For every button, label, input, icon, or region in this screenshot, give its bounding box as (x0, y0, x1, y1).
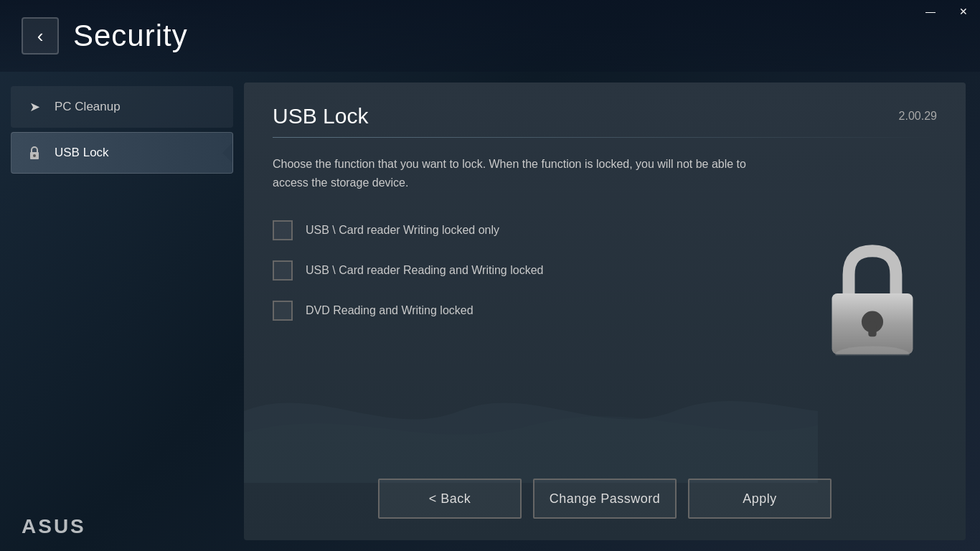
sidebar: ➤ PC Cleanup USB Lock (0, 72, 244, 551)
content-panel: USB Lock 2.00.29 Choose the function tha… (244, 83, 966, 540)
option-row-usb-write-only: USB \ Card reader Writing locked only (273, 220, 937, 240)
page-title: Security (73, 19, 188, 53)
header-back-button[interactable]: ‹ (22, 17, 59, 55)
close-button[interactable]: ✕ (947, 0, 980, 23)
sidebar-item-usb-lock[interactable]: USB Lock (11, 132, 233, 174)
change-password-button[interactable]: Change Password (533, 479, 677, 519)
checkbox-usb-read-write[interactable] (273, 260, 293, 281)
main-layout: ➤ PC Cleanup USB Lock USB Lock 2.00.29 (0, 72, 980, 551)
svg-point-1 (33, 154, 36, 157)
version-badge: 2.00.29 (899, 104, 937, 123)
asus-logo: ASUS (22, 515, 86, 538)
pc-cleanup-icon: ➤ (24, 97, 44, 117)
option-label-dvd-read-write: DVD Reading and Writing locked (306, 304, 473, 317)
title-divider (273, 137, 937, 138)
checkbox-dvd-read-write[interactable] (273, 301, 293, 321)
option-label-usb-read-write: USB \ Card reader Reading and Writing lo… (306, 264, 543, 277)
title-bar: — ✕ (914, 0, 980, 23)
sidebar-item-label: PC Cleanup (55, 100, 121, 114)
back-button[interactable]: < Back (378, 479, 522, 519)
feature-title: USB Lock (273, 104, 368, 128)
option-label-usb-write-only: USB \ Card reader Writing locked only (306, 224, 499, 237)
lock-icon-container (822, 241, 923, 359)
usb-lock-icon (24, 143, 44, 163)
svg-rect-4 (868, 322, 876, 337)
lock-illustration (822, 241, 923, 356)
description-text: Choose the function that you want to loc… (273, 155, 775, 192)
sidebar-item-pc-cleanup[interactable]: ➤ PC Cleanup (11, 86, 233, 128)
header: ‹ Security (0, 0, 980, 72)
content-header: USB Lock 2.00.29 (273, 104, 937, 128)
buttons-row: < Back Change Password Apply (273, 464, 937, 519)
apply-button[interactable]: Apply (688, 479, 831, 519)
sidebar-item-label: USB Lock (55, 146, 109, 160)
checkbox-usb-write-only[interactable] (273, 220, 293, 240)
minimize-button[interactable]: — (914, 0, 947, 23)
